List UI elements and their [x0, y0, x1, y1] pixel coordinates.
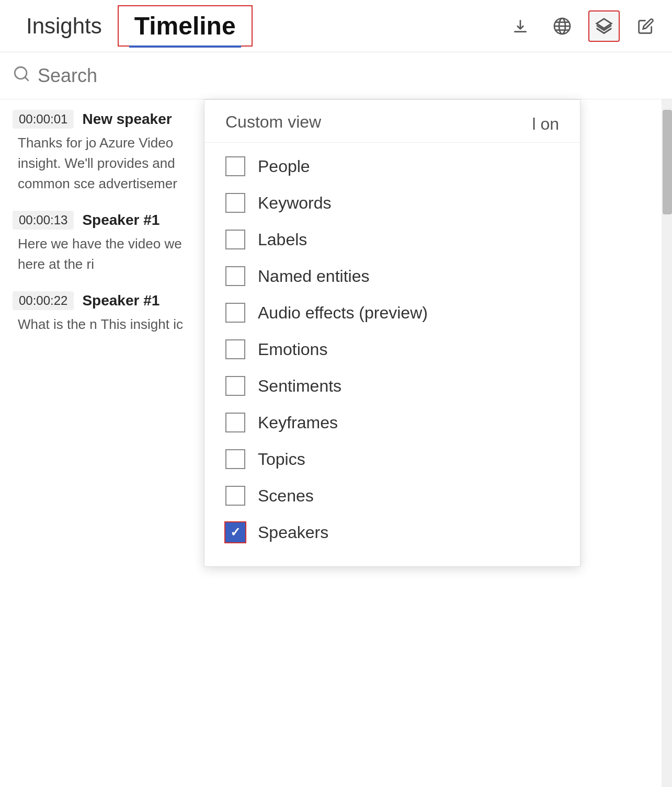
custom-view-title: Custom view — [204, 100, 580, 143]
main-content: 00:00:01 New speaker Thanks for jo Azure… — [0, 99, 672, 787]
globe-icon-btn[interactable] — [546, 10, 578, 42]
checkbox-list: People Keywords Labels Named entities Au… — [204, 143, 580, 556]
checkbox-sentiments-box[interactable] — [225, 376, 245, 396]
checkbox-named-entities-label: Named entities — [258, 267, 369, 286]
checkbox-sentiments[interactable]: Sentiments — [225, 368, 559, 404]
checkbox-speakers[interactable]: Speakers — [225, 514, 559, 551]
checkbox-people[interactable]: People — [225, 148, 559, 185]
scrollbar-thumb[interactable] — [663, 110, 672, 214]
checkbox-audio-effects-box[interactable] — [225, 303, 245, 323]
time-badge-3: 00:00:22 — [13, 291, 74, 310]
tab-bar: Insights Timeline — [0, 0, 672, 52]
search-bar — [0, 52, 672, 99]
checkbox-topics-label: Topics — [258, 450, 305, 469]
checkbox-sentiments-label: Sentiments — [258, 377, 341, 396]
timeline-header-1: 00:00:01 New speaker — [13, 110, 212, 129]
partial-on-text: l on — [532, 115, 559, 134]
checkbox-labels[interactable]: Labels — [225, 221, 559, 258]
checkbox-audio-effects-label: Audio effects (preview) — [258, 303, 428, 323]
timeline-panel: 00:00:01 New speaker Thanks for jo Azure… — [0, 99, 225, 787]
checkbox-emotions-box[interactable] — [225, 339, 245, 359]
speaker-label-3: Speaker #1 — [82, 292, 160, 309]
checkbox-people-box[interactable] — [225, 156, 245, 176]
checkbox-emotions[interactable]: Emotions — [225, 331, 559, 368]
checkbox-scenes-label: Scenes — [258, 486, 314, 506]
search-icon — [13, 65, 30, 87]
download-icon-btn[interactable] — [505, 10, 536, 42]
search-input[interactable] — [38, 65, 195, 87]
timeline-entry-3: 00:00:22 Speaker #1 What is the n This i… — [13, 291, 212, 335]
transcript-3: What is the n This insight ic — [13, 314, 212, 335]
tab-timeline[interactable]: Timeline — [118, 5, 253, 47]
svg-line-7 — [25, 77, 28, 80]
checkbox-scenes-box[interactable] — [225, 486, 245, 506]
timeline-entry: 00:00:01 New speaker Thanks for jo Azure… — [13, 110, 212, 194]
speaker-label-2: Speaker #1 — [82, 212, 160, 229]
timeline-entry-2: 00:00:13 Speaker #1 Here we have the vid… — [13, 211, 212, 275]
custom-view-panel: Custom view l on People Keywords Labels … — [204, 99, 580, 567]
edit-icon-btn[interactable] — [630, 10, 662, 42]
tab-insights[interactable]: Insights — [10, 8, 118, 44]
time-badge-2: 00:00:13 — [13, 211, 74, 230]
scrollbar[interactable] — [662, 99, 672, 787]
checkbox-topics[interactable]: Topics — [225, 441, 559, 477]
timeline-header-3: 00:00:22 Speaker #1 — [13, 291, 212, 310]
checkbox-named-entities-box[interactable] — [225, 266, 245, 286]
checkbox-scenes[interactable]: Scenes — [225, 477, 559, 514]
header-icons — [505, 10, 662, 42]
checkbox-topics-box[interactable] — [225, 449, 245, 469]
checkbox-keywords-box[interactable] — [225, 193, 245, 213]
timeline-header-2: 00:00:13 Speaker #1 — [13, 211, 212, 230]
checkbox-emotions-label: Emotions — [258, 340, 327, 359]
checkbox-labels-label: Labels — [258, 230, 307, 249]
transcript-1: Thanks for jo Azure Video insight. We'll… — [13, 133, 212, 194]
checkbox-audio-effects[interactable]: Audio effects (preview) — [225, 294, 559, 331]
checkbox-keyframes-box[interactable] — [225, 413, 245, 432]
checkbox-people-label: People — [258, 157, 310, 176]
checkbox-speakers-box[interactable] — [225, 522, 245, 542]
transcript-2: Here we have the video we here at the ri — [13, 234, 212, 275]
speaker-label-1: New speaker — [82, 111, 172, 128]
checkbox-keyframes-label: Keyframes — [258, 413, 338, 432]
checkbox-named-entities[interactable]: Named entities — [225, 258, 559, 294]
checkbox-keywords-label: Keywords — [258, 193, 332, 213]
checkbox-speakers-label: Speakers — [258, 523, 328, 542]
checkbox-keywords[interactable]: Keywords — [225, 185, 559, 221]
checkbox-labels-box[interactable] — [225, 230, 245, 249]
checkbox-keyframes[interactable]: Keyframes — [225, 404, 559, 441]
time-badge-1: 00:00:01 — [13, 110, 74, 129]
layers-icon-btn[interactable] — [588, 10, 620, 42]
